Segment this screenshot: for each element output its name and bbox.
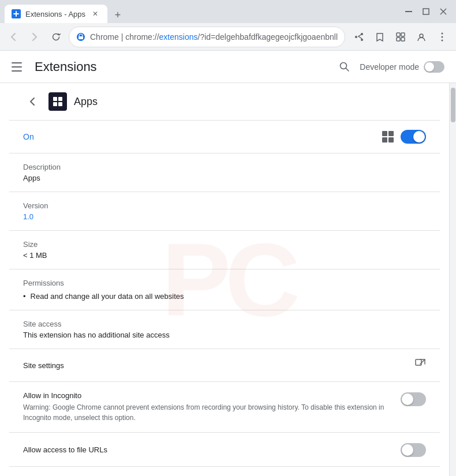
svg-rect-24 xyxy=(58,102,62,106)
svg-rect-22 xyxy=(58,97,62,101)
svg-point-9 xyxy=(355,36,357,38)
extension-detail-header: Apps xyxy=(9,83,440,121)
tab-favicon-icon xyxy=(12,9,21,18)
hamburger-menu-button[interactable] xyxy=(12,60,25,74)
source-section: Source Not from Chrome Web Store. xyxy=(9,467,440,476)
reload-button[interactable] xyxy=(47,28,64,46)
toolbar-actions xyxy=(350,28,451,46)
address-bar[interactable]: Chrome | chrome://extensions/?id=delgehb… xyxy=(69,27,345,47)
tab-close-button[interactable]: ✕ xyxy=(90,9,100,19)
file-access-toggle[interactable] xyxy=(401,443,426,457)
site-access-section: Site access This extension has no additi… xyxy=(9,310,440,349)
svg-rect-11 xyxy=(401,33,405,36)
address-text: Chrome | chrome://extensions/?id=delgehb… xyxy=(90,32,338,42)
developer-mode-toggle[interactable] xyxy=(424,61,444,73)
incognito-toggle[interactable] xyxy=(401,392,426,406)
scrollbar-thumb[interactable] xyxy=(451,88,455,122)
incognito-text: Allow in Incognito Warning: Google Chrom… xyxy=(23,391,391,423)
grid-cell-2 xyxy=(388,131,394,136)
scrollbar[interactable] xyxy=(449,83,456,476)
description-label: Description xyxy=(23,163,426,171)
permissions-section: Permissions • Read and change all your d… xyxy=(9,269,440,310)
tab-bar: Extensions - Apps ✕ + xyxy=(5,0,398,23)
hamburger-line-1 xyxy=(12,62,22,63)
file-access-label: Allow access to file URLs xyxy=(23,445,391,454)
extensions-title: Extensions xyxy=(35,59,334,74)
minimize-button[interactable] xyxy=(401,3,417,20)
incognito-title: Allow in Incognito xyxy=(23,391,391,400)
grid-cell-4 xyxy=(388,137,394,143)
grid-view-icon[interactable] xyxy=(382,131,394,143)
security-icon xyxy=(76,32,85,42)
description-value: Apps xyxy=(23,174,426,182)
permission-item: • Read and change all your data on all w… xyxy=(23,292,426,301)
tab-title: Extensions - Apps xyxy=(25,10,85,18)
extension-enabled-toggle[interactable] xyxy=(401,130,426,144)
site-settings-row[interactable]: Site settings xyxy=(9,349,440,382)
incognito-desc: Warning: Google Chrome cannot prevent ex… xyxy=(23,402,391,423)
new-tab-button[interactable]: + xyxy=(110,7,126,23)
extension-icon-svg xyxy=(51,95,65,108)
window-controls xyxy=(401,3,451,20)
svg-rect-1 xyxy=(405,11,412,12)
back-button[interactable] xyxy=(23,92,42,111)
main-content: Extensions Developer mode PC xyxy=(0,51,456,476)
site-access-label: Site access xyxy=(23,320,426,328)
bookmark-icon[interactable] xyxy=(371,28,389,46)
status-row: On xyxy=(9,121,440,153)
developer-mode-toggle-thumb xyxy=(425,62,434,72)
search-icon xyxy=(339,61,350,73)
grid-cell-1 xyxy=(382,131,387,136)
developer-mode-label: Developer mode xyxy=(360,62,419,72)
svg-rect-2 xyxy=(423,9,429,14)
incognito-row: Allow in Incognito Warning: Google Chrom… xyxy=(23,391,426,423)
profile-icon[interactable] xyxy=(412,28,431,46)
toolbar: Chrome | chrome://extensions/?id=delgehb… xyxy=(0,23,456,51)
grid-cell-3 xyxy=(382,137,387,143)
svg-point-8 xyxy=(361,39,363,41)
site-settings-label: Site settings xyxy=(23,361,414,370)
svg-rect-20 xyxy=(51,95,65,108)
external-link-icon[interactable] xyxy=(414,358,426,372)
svg-point-16 xyxy=(442,36,443,38)
content-wrapper: PC xyxy=(0,83,456,476)
version-label: Version xyxy=(23,201,426,210)
toggle-thumb xyxy=(413,131,425,143)
bullet-point: • xyxy=(23,292,26,301)
svg-rect-21 xyxy=(53,97,57,101)
svg-line-26 xyxy=(420,359,425,364)
address-protocol: chrome:// xyxy=(125,32,159,42)
share-icon[interactable] xyxy=(350,28,368,46)
extensions-icon[interactable] xyxy=(391,28,410,46)
maximize-button[interactable] xyxy=(418,3,434,20)
developer-mode-section: Developer mode xyxy=(334,57,444,77)
svg-rect-12 xyxy=(397,38,400,41)
extension-name: Apps xyxy=(74,96,98,108)
svg-rect-23 xyxy=(53,102,57,106)
svg-point-14 xyxy=(420,34,423,38)
svg-line-19 xyxy=(346,68,349,71)
address-query: /?id=delgehbafdfkagegeojcfkjgoaenbnll xyxy=(198,32,338,42)
back-button[interactable] xyxy=(5,28,21,46)
incognito-section: Allow in Incognito Warning: Google Chrom… xyxy=(9,382,440,433)
svg-point-17 xyxy=(442,39,443,41)
forward-button[interactable] xyxy=(26,28,43,46)
svg-point-15 xyxy=(442,32,443,34)
active-tab[interactable]: Extensions - Apps ✕ xyxy=(5,5,107,23)
hamburger-line-3 xyxy=(12,70,22,72)
incognito-toggle-thumb xyxy=(402,393,413,405)
size-section: Size < 1 MB xyxy=(9,231,440,269)
svg-rect-13 xyxy=(401,38,405,41)
scrollable-content[interactable]: Apps On xyxy=(0,83,449,476)
site-access-value: This extension has no additional site ac… xyxy=(23,331,426,339)
version-value: 1.0 xyxy=(23,212,426,221)
status-label: On xyxy=(23,132,382,141)
search-button[interactable] xyxy=(334,57,355,77)
address-path: extensions xyxy=(159,32,198,42)
close-button[interactable] xyxy=(435,3,451,20)
version-section: Version 1.0 xyxy=(9,192,440,231)
size-label: Size xyxy=(23,240,426,249)
menu-icon[interactable] xyxy=(433,28,451,46)
svg-point-7 xyxy=(361,33,363,35)
address-sep: | xyxy=(119,32,125,42)
